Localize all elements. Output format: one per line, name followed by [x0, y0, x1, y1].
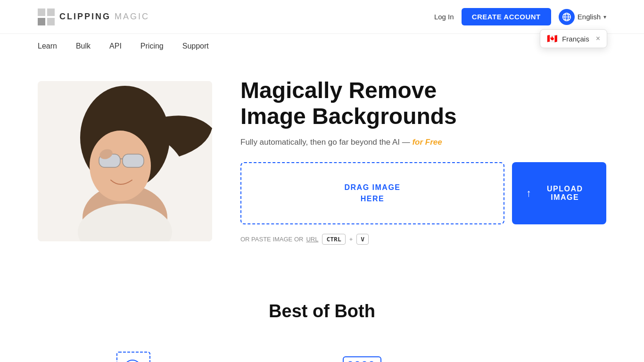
popup-close-button[interactable]: × [596, 34, 600, 43]
nav-item-support[interactable]: Support [182, 42, 209, 50]
drag-zone-text: DRAG IMAGE HERE [345, 182, 401, 205]
features-title: Best of Both [38, 301, 606, 321]
nav-item-bulk[interactable]: Bulk [76, 42, 91, 50]
upload-image-button[interactable]: ↑ UPLOAD IMAGE [512, 162, 606, 224]
hero-title: Magically Remove Image Backgrounds [240, 77, 606, 129]
svg-rect-3 [47, 18, 55, 25]
language-selector[interactable]: English ▾ [559, 9, 606, 25]
logo[interactable]: CLIPPING MAGIC [38, 8, 149, 25]
logo-bold: CLIPPING [59, 12, 111, 21]
upload-area: DRAG IMAGE HERE ↑ UPLOAD IMAGE [240, 162, 606, 224]
language-label: English [578, 13, 601, 21]
feature-auto-clip: Auto-Clip AI [115, 350, 303, 362]
paste-hint: OR PASTE IMAGE OR URL CTRL + V [240, 234, 606, 245]
ctrl-key: CTRL [322, 234, 345, 245]
drag-drop-zone[interactable]: DRAG IMAGE HERE [240, 162, 504, 224]
logo-wordmark: CLIPPING MAGIC [59, 12, 149, 22]
login-link[interactable]: Log In [434, 13, 454, 21]
globe-icon-btn [559, 9, 575, 25]
svg-rect-23 [343, 357, 381, 362]
ca-flag-icon: 🇨🇦 [547, 33, 557, 44]
upload-arrow-icon: ↑ [526, 187, 532, 199]
smart-editor-icon [341, 350, 388, 362]
free-label: for Free [412, 138, 442, 147]
create-account-button[interactable]: CREATE ACCOUNT [462, 8, 551, 25]
popup-language-label[interactable]: Français [562, 35, 589, 43]
features-grid: Auto-Clip AI Smart Editor [38, 350, 606, 362]
svg-rect-2 [38, 18, 45, 25]
feature-smart-editor: Smart Editor [341, 350, 529, 362]
logo-light: MAGIC [115, 12, 149, 21]
v-key: V [356, 234, 369, 245]
header-right: Log In CREATE ACCOUNT English ▾ [434, 8, 606, 25]
hero-image-container [38, 81, 212, 241]
globe-icon [561, 12, 572, 22]
plus-sign: + [349, 236, 353, 243]
svg-rect-15 [123, 154, 144, 167]
svg-rect-0 [38, 8, 45, 16]
language-dropdown-arrow: ▾ [603, 14, 606, 20]
hero-subtitle: Fully automatically, then go far beyond … [240, 138, 606, 147]
nav-item-learn[interactable]: Learn [38, 42, 57, 50]
auto-clip-icon [115, 350, 162, 362]
svg-point-19 [124, 360, 141, 362]
header: CLIPPING MAGIC Log In CREATE ACCOUNT Eng… [0, 0, 644, 34]
hero-image [38, 81, 212, 241]
features-section: Best of Both Auto-Clip AI [0, 273, 644, 362]
hero-content: Magically Remove Image Backgrounds Fully… [240, 77, 606, 245]
hero-section: Magically Remove Image Backgrounds Fully… [0, 58, 644, 273]
language-popup: 🇨🇦 Français × [540, 29, 607, 48]
svg-rect-1 [47, 8, 55, 16]
logo-icon [38, 8, 55, 25]
upload-button-label: UPLOAD IMAGE [538, 185, 593, 202]
hero-illustration [38, 81, 212, 241]
nav-item-pricing[interactable]: Pricing [140, 42, 164, 50]
nav-item-api[interactable]: API [109, 42, 122, 50]
url-link[interactable]: URL [306, 236, 318, 243]
paste-hint-prefix: OR PASTE IMAGE OR [240, 236, 303, 243]
